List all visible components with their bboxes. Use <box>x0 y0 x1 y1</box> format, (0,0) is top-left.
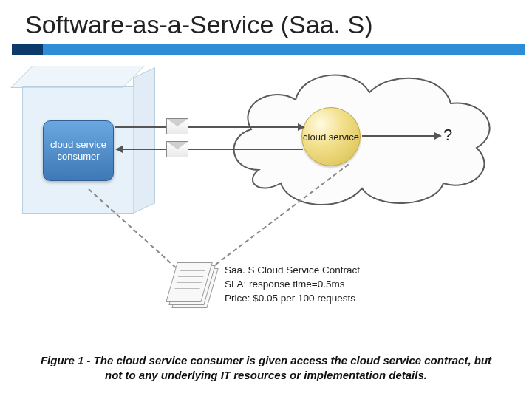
consumer-label: cloud service consumer <box>44 139 113 162</box>
cloud-service-node: cloud service <box>301 107 361 166</box>
contract-document-icon <box>170 262 213 305</box>
arrow-service-to-consumer <box>122 149 303 150</box>
question-mark-icon: ? <box>443 126 452 145</box>
contract-title: Saa. S Cloud Service Contract <box>225 264 360 278</box>
arrowhead-right-icon <box>298 123 305 131</box>
title-rule <box>12 44 525 55</box>
service-label: cloud service <box>303 132 359 143</box>
figure-caption: Figure 1 - The cloud service consumer is… <box>0 353 532 383</box>
cloud-outline-icon <box>222 59 502 214</box>
arrow-service-to-question <box>362 135 436 137</box>
arrowhead-left-icon <box>115 146 123 153</box>
arrow-consumer-to-service <box>115 126 299 128</box>
consumer-container-box: cloud service consumer <box>22 70 155 218</box>
cloud-service-consumer-node: cloud service consumer <box>43 120 114 181</box>
slide-title: Software-as-a-Service (Saa. S) <box>0 0 532 44</box>
contract-price: Price: $0.05 per 100 requests <box>225 292 360 306</box>
contract-sla: SLA: response time=0.5ms <box>225 278 360 292</box>
contract-text-block: Saa. S Cloud Service Contract SLA: respo… <box>225 264 360 306</box>
envelope-icon <box>166 118 188 134</box>
arrowhead-right-icon <box>434 132 442 140</box>
envelope-icon <box>166 141 188 157</box>
diagram-stage: cloud service consumer cloud service ? S… <box>0 55 532 336</box>
